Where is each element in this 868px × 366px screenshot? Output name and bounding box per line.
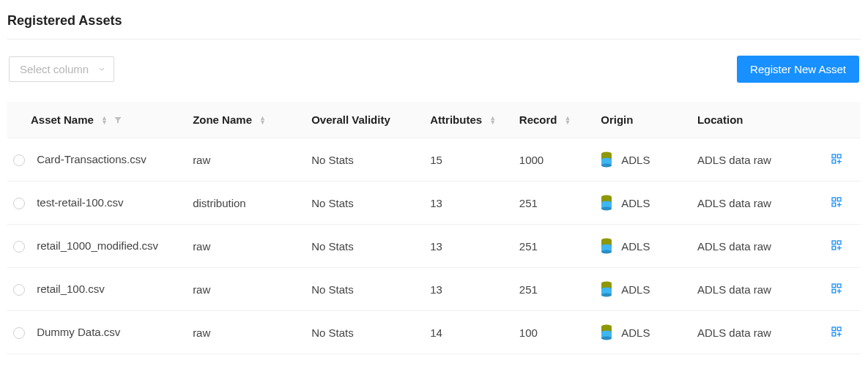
record-cell: 1000 [512, 138, 593, 182]
svg-rect-40 [838, 284, 842, 288]
sort-icon[interactable]: ▲▼ [489, 116, 496, 124]
validity-cell: No Stats [304, 182, 423, 225]
row-select-radio[interactable] [13, 327, 25, 339]
asset-name-cell: test-retail-100.csv [37, 196, 123, 209]
svg-point-37 [601, 294, 612, 297]
register-new-asset-button[interactable]: Register New Asset [737, 56, 859, 83]
col-header-label: Origin [601, 113, 633, 126]
attributes-cell: 13 [423, 225, 512, 268]
sort-icon[interactable]: ▲▼ [101, 116, 108, 124]
svg-rect-52 [832, 332, 836, 336]
svg-rect-17 [832, 198, 836, 201]
col-header-label: Overall Validity [311, 113, 390, 126]
attributes-cell: 15 [423, 138, 512, 182]
zone-name-cell: raw [185, 225, 304, 268]
select-column-label: Select column [20, 63, 89, 75]
record-cell: 100 [512, 311, 593, 354]
zone-name-cell: raw [185, 138, 304, 182]
svg-rect-8 [832, 160, 836, 163]
row-select-radio[interactable] [13, 198, 25, 209]
table-row: retail_1000_modified.csv raw No Stats 13… [7, 225, 861, 268]
col-header-label: Attributes [430, 113, 482, 126]
attributes-cell: 14 [423, 311, 512, 354]
row-select-radio[interactable] [13, 241, 25, 253]
svg-rect-6 [832, 154, 836, 158]
attributes-cell: 13 [423, 182, 512, 225]
location-cell: ADLS data raw [690, 182, 823, 225]
location-cell: ADLS data raw [690, 138, 823, 182]
svg-rect-18 [838, 198, 842, 201]
sort-icon[interactable]: ▲▼ [259, 116, 266, 124]
svg-point-48 [601, 337, 612, 340]
col-header-overall-validity[interactable]: Overall Validity [304, 102, 423, 138]
col-header-origin[interactable]: Origin [593, 102, 690, 138]
select-column-dropdown[interactable]: Select column [9, 56, 114, 82]
svg-point-38 [601, 288, 612, 291]
attributes-cell: 13 [423, 268, 512, 311]
zone-name-cell: distribution [185, 182, 304, 225]
svg-rect-41 [832, 289, 836, 293]
table-row: Card-Transactions.csv raw No Stats 15 10… [7, 138, 861, 182]
svg-point-26 [601, 250, 612, 254]
zone-name-cell: raw [185, 268, 304, 311]
record-cell: 251 [512, 182, 593, 225]
col-header-label: Location [697, 113, 743, 126]
validity-cell: No Stats [304, 138, 423, 182]
table-row: retail_100.csv raw No Stats 13 251 ADLS … [7, 268, 861, 311]
origin-barrel-icon [601, 324, 612, 340]
svg-point-4 [601, 164, 612, 168]
chevron-down-icon [97, 63, 106, 75]
toolbar: Select column Register New Asset [7, 56, 861, 102]
col-header-location[interactable]: Location [690, 102, 823, 138]
svg-point-5 [601, 158, 612, 162]
col-header-record[interactable]: Record ▲▼ [512, 102, 593, 138]
asset-name-cell: Dummy Data.csv [37, 326, 120, 338]
svg-rect-29 [838, 241, 842, 244]
origin-barrel-icon [601, 281, 612, 297]
origin-barrel-icon [601, 238, 612, 254]
table-row: Dummy Data.csv raw No Stats 14 100 ADLS … [7, 311, 861, 354]
location-cell: ADLS data raw [690, 225, 823, 268]
validity-cell: No Stats [304, 268, 423, 311]
svg-point-16 [601, 201, 612, 205]
svg-rect-19 [832, 203, 836, 206]
asset-name-cell: retail_100.csv [37, 283, 105, 295]
validity-cell: No Stats [304, 225, 423, 268]
svg-rect-30 [832, 246, 836, 250]
location-cell: ADLS data raw [690, 311, 823, 354]
assets-table: Asset Name ▲▼ Zone Name ▲▼ Overall Valid… [7, 102, 861, 354]
col-header-asset-name[interactable]: Asset Name ▲▼ [7, 102, 185, 138]
col-header-label: Zone Name [193, 113, 252, 126]
origin-cell: ADLS [621, 326, 650, 339]
table-row: test-retail-100.csv distribution No Stat… [7, 182, 861, 225]
svg-rect-28 [832, 241, 836, 244]
svg-rect-7 [838, 154, 842, 158]
svg-point-15 [601, 207, 612, 211]
origin-cell: ADLS [621, 240, 650, 253]
filter-icon[interactable] [114, 116, 122, 124]
grid-add-icon[interactable] [831, 326, 842, 337]
col-header-zone-name[interactable]: Zone Name ▲▼ [185, 102, 304, 138]
svg-point-27 [601, 244, 612, 248]
col-header-attributes[interactable]: Attributes ▲▼ [423, 102, 512, 138]
grid-add-icon[interactable] [831, 283, 842, 294]
svg-rect-39 [832, 284, 836, 288]
col-header-label: Asset Name [31, 113, 94, 126]
grid-add-icon[interactable] [831, 239, 842, 251]
grid-add-icon[interactable] [831, 196, 842, 208]
record-cell: 251 [512, 225, 593, 268]
validity-cell: No Stats [304, 311, 423, 354]
asset-name-cell: retail_1000_modified.csv [37, 239, 158, 252]
origin-barrel-icon [601, 195, 612, 211]
sort-icon[interactable]: ▲▼ [565, 116, 571, 124]
origin-cell: ADLS [621, 154, 650, 166]
location-cell: ADLS data raw [690, 268, 823, 311]
grid-add-icon[interactable] [831, 153, 842, 165]
svg-point-49 [601, 331, 612, 335]
row-select-radio[interactable] [13, 284, 25, 296]
svg-rect-51 [838, 327, 842, 331]
asset-name-cell: Card-Transactions.csv [37, 153, 146, 165]
svg-rect-50 [832, 327, 836, 331]
col-header-action [823, 102, 861, 138]
row-select-radio[interactable] [13, 154, 25, 166]
